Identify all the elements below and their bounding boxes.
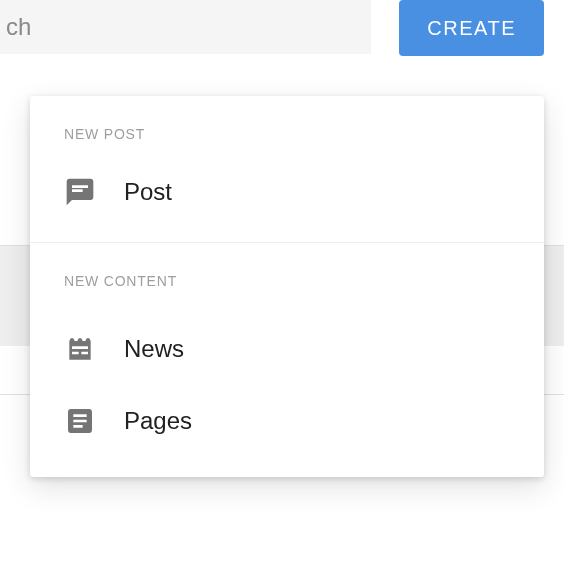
create-button[interactable]: CREATE (399, 0, 544, 56)
top-bar: CREATE (0, 0, 564, 78)
create-dropdown-panel: NEW POST Post NEW CONTENT News Pages (30, 96, 544, 477)
menu-item-label: Post (124, 178, 172, 206)
menu-item-news[interactable]: News (30, 313, 544, 385)
menu-item-label: Pages (124, 407, 192, 435)
menu-item-pages[interactable]: Pages (30, 385, 544, 457)
menu-item-label: News (124, 335, 184, 363)
dropdown-section-header-new-post: NEW POST (30, 96, 544, 152)
dropdown-section-header-new-content: NEW CONTENT (30, 243, 544, 299)
chat-icon (64, 176, 96, 208)
page-icon (64, 405, 96, 437)
news-icon (64, 333, 96, 365)
search-input[interactable] (0, 0, 371, 54)
menu-item-post[interactable]: Post (30, 152, 544, 232)
